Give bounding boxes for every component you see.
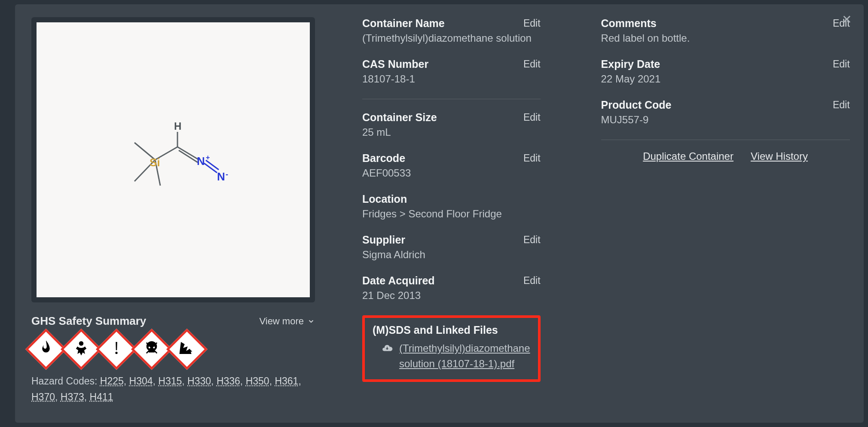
svg-point-15 — [79, 341, 84, 346]
svg-line-4 — [177, 147, 199, 160]
left-column: Si H N + N - GHS Safety Summary View mor… — [31, 17, 315, 410]
comments-value: Red label on bottle. — [601, 32, 850, 44]
structure-image-frame: Si H N + N - — [31, 17, 315, 302]
edit-size-button[interactable]: Edit — [523, 112, 541, 123]
product-code-value: MUJ557-9 — [601, 114, 850, 126]
svg-text:+: + — [206, 154, 210, 161]
location-value: Fridges > Second Floor Fridge — [362, 208, 541, 220]
svg-text:-: - — [226, 170, 228, 179]
middle-column: Container Name Edit (Trimethylsilyl)diaz… — [358, 17, 545, 410]
svg-line-7 — [206, 160, 219, 170]
comments-label: Comments — [601, 17, 657, 30]
hazard-codes-label: Hazard Codes: — [31, 375, 100, 387]
location-label: Location — [362, 193, 407, 205]
svg-text:N: N — [217, 170, 225, 183]
edit-supplier-button[interactable]: Edit — [523, 234, 541, 246]
cas-label: CAS Number — [362, 58, 428, 70]
duplicate-container-link[interactable]: Duplicate Container — [643, 150, 734, 162]
edit-container-name-button[interactable]: Edit — [523, 18, 541, 29]
hazard-code-link[interactable]: H315 — [158, 375, 182, 387]
cloud-download-icon — [381, 342, 393, 357]
view-more-label: View more — [259, 316, 304, 327]
svg-line-6 — [204, 163, 217, 173]
size-value: 25 mL — [362, 126, 541, 138]
msds-file-link[interactable]: (Trimethylsilyl)diazomethane solution (1… — [399, 341, 530, 372]
acquired-value: 21 Dec 2013 — [362, 290, 541, 302]
ghs-pictograms — [31, 335, 315, 364]
edit-acquired-button[interactable]: Edit — [523, 275, 541, 287]
ghs-environment-icon — [166, 329, 208, 370]
svg-text:N: N — [197, 155, 205, 168]
chevron-down-icon — [307, 317, 315, 325]
hazard-code-link[interactable]: H361 — [275, 375, 298, 387]
hazard-code-link[interactable]: H411 — [90, 391, 113, 403]
hazard-code-link[interactable]: H350 — [246, 375, 269, 387]
ghs-summary-title: GHS Safety Summary — [31, 314, 146, 328]
expiry-value: 22 May 2021 — [601, 73, 850, 85]
section-divider — [362, 99, 541, 99]
hazard-code-link[interactable]: H373 — [61, 391, 84, 403]
svg-text:H: H — [174, 120, 181, 132]
container-name-value: (Trimethylsilyl)diazomethane solution — [362, 32, 541, 44]
hazard-codes: Hazard Codes: H225, H304, H315, H330, H3… — [31, 373, 315, 405]
product-code-label: Product Code — [601, 99, 672, 111]
view-history-link[interactable]: View History — [751, 150, 808, 162]
hazard-code-link[interactable]: H330 — [187, 375, 211, 387]
hazard-code-link[interactable]: H336 — [217, 375, 240, 387]
barcode-value: AEF00533 — [362, 167, 541, 179]
structure-image: Si H N + N - — [37, 22, 310, 297]
hazard-code-link[interactable]: H370 — [31, 391, 55, 403]
close-icon[interactable]: ✕ — [842, 14, 852, 26]
supplier-value: Sigma Aldrich — [362, 249, 541, 261]
right-divider — [601, 140, 850, 140]
svg-line-5 — [179, 150, 198, 162]
svg-text:Si: Si — [150, 156, 160, 169]
supplier-label: Supplier — [362, 234, 405, 246]
cas-value: 18107-18-1 — [362, 73, 541, 85]
barcode-label: Barcode — [362, 152, 405, 165]
msds-title: (M)SDS and Linked Files — [373, 324, 530, 336]
edit-product-code-button[interactable]: Edit — [833, 99, 850, 111]
edit-expiry-button[interactable]: Edit — [833, 58, 850, 70]
hazard-code-link[interactable]: H304 — [129, 375, 153, 387]
container-detail-modal: ✕ — [15, 4, 864, 423]
edit-cas-button[interactable]: Edit — [523, 58, 541, 70]
expiry-label: Expiry Date — [601, 58, 660, 70]
container-name-label: Container Name — [362, 17, 445, 30]
right-column: Comments Edit Red label on bottle. Expir… — [588, 17, 850, 410]
size-label: Container Size — [362, 111, 437, 124]
msds-highlight-box: (M)SDS and Linked Files (Trimethylsilyl)… — [362, 315, 541, 382]
edit-barcode-button[interactable]: Edit — [523, 152, 541, 164]
acquired-label: Date Acquired — [362, 274, 435, 287]
view-more-button[interactable]: View more — [259, 316, 315, 327]
hazard-code-link[interactable]: H225 — [100, 375, 124, 387]
